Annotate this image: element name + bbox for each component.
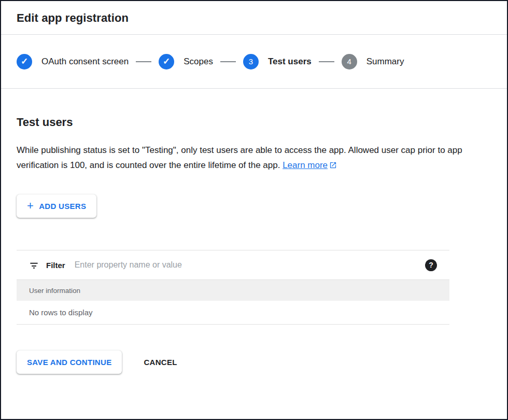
save-and-continue-button[interactable]: SAVE AND CONTINUE	[17, 351, 122, 374]
step-3-label: Test users	[268, 57, 312, 67]
step-1-label: OAuth consent screen	[41, 57, 129, 67]
step-test-users[interactable]: 3 Test users	[243, 54, 312, 69]
step-number: 3	[249, 57, 253, 66]
filter-icon	[29, 260, 39, 270]
empty-message: No rows to display	[29, 308, 93, 317]
cancel-label: CANCEL	[144, 358, 177, 367]
test-users-table-panel: Filter ? User information No rows to dis…	[17, 250, 449, 325]
step-summary[interactable]: 4 Summary	[342, 54, 404, 69]
section-title: Test users	[17, 116, 491, 129]
step-oauth-consent-screen[interactable]: ✓ OAuth consent screen	[17, 54, 129, 69]
footer-actions: SAVE AND CONTINUE CANCEL	[17, 351, 491, 374]
stepper: ✓ OAuth consent screen ✓ Scopes 3 Test u…	[1, 35, 507, 89]
save-and-continue-label: SAVE AND CONTINUE	[27, 358, 111, 367]
description-body: While publishing status is set to "Testi…	[17, 145, 462, 170]
step-connector	[220, 61, 236, 62]
step-4-label: Summary	[366, 57, 404, 67]
add-users-label: ADD USERS	[39, 202, 86, 211]
open-in-new-icon	[329, 161, 337, 169]
step-2-label: Scopes	[184, 57, 213, 67]
filter-bar: Filter ?	[17, 250, 449, 279]
page-title: Edit app registration	[17, 11, 491, 25]
step-4-circle: 4	[342, 54, 357, 69]
learn-more-label: Learn more	[283, 160, 328, 170]
description-text: While publishing status is set to "Testi…	[17, 143, 462, 173]
check-icon: ✓	[21, 57, 28, 66]
step-3-circle: 3	[243, 54, 259, 69]
check-icon: ✓	[163, 57, 170, 66]
column-user-information: User information	[29, 287, 80, 295]
table-empty-row: No rows to display	[17, 301, 449, 325]
main-content: Test users While publishing status is se…	[1, 89, 507, 374]
page-header: Edit app registration	[1, 1, 507, 35]
filter-input[interactable]	[75, 260, 418, 270]
table-column-header: User information	[17, 279, 449, 301]
step-2-circle: ✓	[159, 54, 174, 69]
step-1-circle: ✓	[17, 54, 32, 69]
plus-icon: +	[27, 200, 34, 212]
add-users-button[interactable]: + ADD USERS	[17, 194, 96, 218]
help-icon[interactable]: ?	[425, 259, 437, 271]
help-glyph: ?	[429, 261, 433, 269]
learn-more-link[interactable]: Learn more	[283, 160, 337, 170]
cancel-button[interactable]: CANCEL	[144, 358, 177, 367]
filter-label: Filter	[46, 261, 65, 270]
step-connector	[319, 61, 334, 62]
step-number: 4	[347, 57, 351, 66]
step-scopes[interactable]: ✓ Scopes	[159, 54, 213, 69]
step-connector	[136, 61, 151, 62]
